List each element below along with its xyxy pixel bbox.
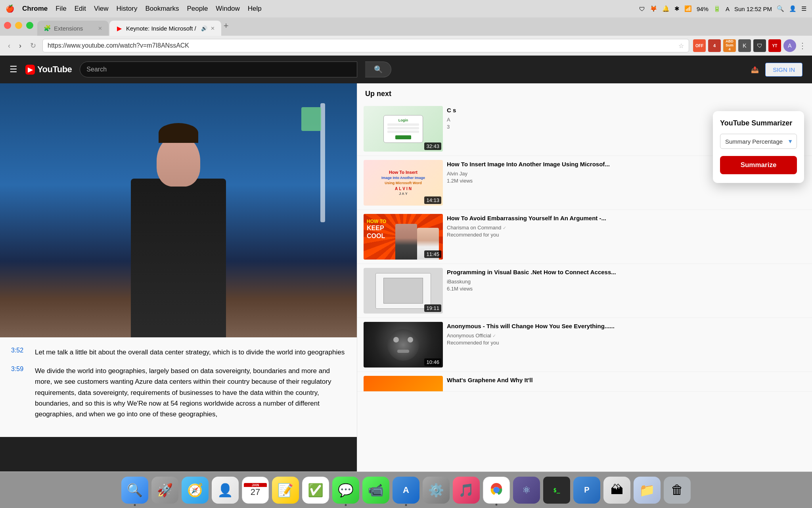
video-card-4[interactable]: 19:11 Programming in Visual Basic .Net H… (357, 264, 812, 318)
thumbnail-6 (364, 376, 443, 392)
dock-atom[interactable]: ⚛ (513, 477, 540, 504)
yt-header-right: 📤 SIGN IN (751, 63, 802, 77)
video-channel-4: iBasskung (447, 279, 806, 285)
sign-in-button[interactable]: SIGN IN (765, 63, 802, 77)
summarizer-popup: YouTube Summarizer Summary Percentage Ke… (713, 111, 804, 183)
video-card-3[interactable]: HOW TO KEEP COOL 11:45 How To Avoid Emba… (357, 210, 812, 264)
menu-chrome[interactable]: Chrome (22, 5, 48, 13)
user-avatar[interactable]: 👤 (789, 5, 797, 12)
timestamp-2[interactable]: 3:59 (11, 366, 29, 373)
dock-launchpad[interactable]: 🚀 (151, 477, 178, 504)
tab-youtube-close[interactable]: ✕ (211, 25, 215, 31)
video-card-6[interactable]: What's Graphene And Why It'll (357, 372, 812, 392)
menu-history[interactable]: History (116, 5, 137, 13)
ext-k-icon[interactable]: K (738, 39, 751, 52)
video-views-3: Recommended for you (447, 232, 806, 238)
ext-off-icon[interactable]: OFF (693, 39, 706, 52)
forward-button[interactable]: › (17, 40, 24, 52)
dock-sysprefs[interactable]: ⚙️ (423, 477, 450, 504)
menu-bookmarks[interactable]: Bookmarks (145, 5, 179, 13)
menu-window[interactable]: Window (216, 5, 239, 13)
up-next-header: Up next (357, 83, 812, 102)
tab-muted-icon[interactable]: 🔊 (201, 25, 207, 31)
menu-view[interactable]: View (94, 5, 109, 13)
video-info-3: How To Avoid Embarrassing Yourself In An… (447, 214, 806, 260)
dock: 🔍 🚀 🧭 👤 JAN 27 📝 ✅ 💬 📹 A ⚙️ 🎵 (0, 471, 812, 508)
dock-facetime[interactable]: 📹 (362, 477, 389, 504)
browser-menu-button[interactable]: ⋮ (799, 41, 806, 50)
ext-yt-icon[interactable]: YT (768, 39, 781, 52)
maximize-button[interactable] (26, 22, 33, 29)
menu-people[interactable]: People (187, 5, 208, 13)
sidebar: YouTube Summarizer Summary Percentage Ke… (357, 83, 812, 471)
close-button[interactable] (4, 22, 11, 29)
battery-icon: 🔋 (713, 5, 721, 12)
youtube-app: ☰ ▶ YouTube Search 🔍 📤 SIGN IN (0, 56, 812, 471)
dock-calendar[interactable]: JAN 27 (242, 477, 269, 504)
dock-chrome[interactable] (483, 477, 510, 504)
duration-2: 14:13 (424, 196, 441, 204)
keep-cool-text: HOW TO KEEP COOL (367, 219, 386, 240)
dock-safari[interactable]: 🧭 (182, 477, 209, 504)
hamburger-menu-icon[interactable]: ☰ (10, 64, 17, 75)
video-player[interactable] (0, 83, 357, 337)
dock-notes[interactable]: 📝 (272, 477, 299, 504)
search-button[interactable]: 🔍 (365, 62, 391, 77)
dock-finder2[interactable]: 📁 (634, 477, 661, 504)
tab-extensions-label: Extensions (54, 25, 83, 32)
reload-button[interactable]: ↻ (28, 40, 38, 52)
video-info-5: Anonymous - This will Change How You See… (447, 322, 806, 368)
minimize-button[interactable] (15, 22, 22, 29)
address-bar[interactable]: https://www.youtube.com/watch?v=m7I8ANss… (42, 39, 689, 52)
proxyman-icon: P (584, 485, 589, 495)
verified-badge-3: ✓ (503, 225, 506, 230)
dock-photos[interactable]: 🏔 (603, 477, 630, 504)
menu-file[interactable]: File (56, 5, 66, 13)
timestamp-1[interactable]: 3:52 (11, 347, 29, 354)
tab-extensions-close[interactable]: ✕ (98, 25, 102, 31)
dock-finder[interactable]: 🔍 (121, 477, 148, 504)
transcript-entry-2: 3:59 We divide the world into geographie… (11, 366, 346, 419)
dock-messages[interactable]: 💬 (332, 477, 359, 504)
menu-edit[interactable]: Edit (75, 5, 86, 13)
video-title-6: What's Graphene And Why It'll (447, 376, 806, 384)
back-button[interactable]: ‹ (6, 40, 13, 52)
dock-trash[interactable]: 🗑 (664, 477, 691, 504)
video-views-4: 6.1M views (447, 286, 806, 292)
ext-icon-1[interactable]: 🦊 (650, 5, 657, 12)
new-tab-button[interactable]: + (224, 21, 229, 31)
terminal-icon: $_ (553, 487, 560, 493)
summary-type-select[interactable]: Summary Percentage Key Points Full Summa… (720, 134, 797, 149)
menu-help[interactable]: Help (248, 5, 262, 13)
dock-music[interactable]: 🎵 (453, 477, 480, 504)
keyboard-icon[interactable]: A (726, 6, 730, 12)
dock-reminders[interactable]: ✅ (302, 477, 329, 504)
ext-shield-icon[interactable]: 🛡 (753, 39, 766, 52)
profile-avatar[interactable]: A (783, 39, 796, 52)
dock-appstore[interactable]: A (393, 477, 419, 504)
apple-menu[interactable]: 🍎 (6, 4, 14, 13)
search-bar[interactable]: Search (80, 62, 357, 77)
tab-extensions[interactable]: 🧩 Extensions ✕ (37, 21, 109, 36)
safari-icon: 🧭 (187, 483, 203, 498)
ext-abd-icon[interactable]: ABDSum4 (723, 39, 736, 52)
yt-main: 3:52 Let me talk a little bit about the … (0, 83, 812, 471)
dock-proxyman[interactable]: P (573, 477, 600, 504)
tab-youtube[interactable]: ▶ Keynote: Inside Microsoft / 🔊 ✕ (109, 21, 221, 36)
control-center-icon[interactable]: ☰ (801, 5, 806, 12)
summarize-button[interactable]: Summarize (720, 156, 797, 174)
dock-contacts[interactable]: 👤 (212, 477, 239, 504)
ext-icon-2[interactable]: 🔔 (662, 5, 670, 12)
wifi-icon[interactable]: 📶 (684, 5, 692, 12)
dock-terminal[interactable]: $_ (543, 477, 570, 504)
spotlight-icon[interactable]: 🔍 (777, 5, 784, 12)
tab-youtube-label: Keynote: Inside Microsoft / (126, 25, 196, 32)
upload-icon[interactable]: 📤 (751, 66, 759, 73)
bookmark-star-icon[interactable]: ☆ (678, 42, 684, 50)
video-card-5[interactable]: 10:46 Anonymous - This will Change How Y… (357, 318, 812, 372)
antivirus-icon[interactable]: 🛡 (639, 6, 645, 12)
youtube-logo[interactable]: ▶ YouTube (25, 64, 72, 75)
bluetooth-icon[interactable]: ✱ (674, 5, 680, 12)
ext-4-icon[interactable]: 4 (708, 39, 721, 52)
duration-4: 19:11 (424, 304, 441, 312)
